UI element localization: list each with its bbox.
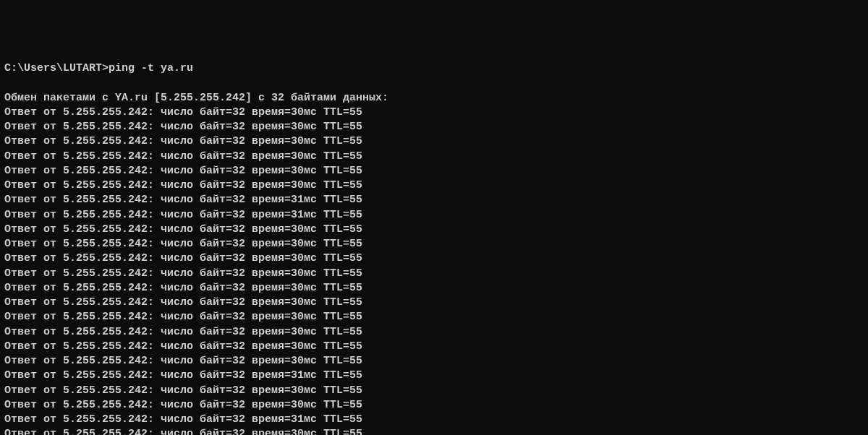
ping-reply-line: Ответ от 5.255.255.242: число байт=32 вр… xyxy=(4,296,864,310)
ping-reply-line: Ответ от 5.255.255.242: число байт=32 вр… xyxy=(4,281,864,296)
ping-reply-line: Ответ от 5.255.255.242: число байт=32 вр… xyxy=(4,369,864,383)
ping-reply-line: Ответ от 5.255.255.242: число байт=32 вр… xyxy=(4,208,864,223)
ping-reply-line: Ответ от 5.255.255.242: число байт=32 вр… xyxy=(4,413,864,427)
ping-reply-line: Ответ от 5.255.255.242: число байт=32 вр… xyxy=(4,354,864,369)
ping-reply-line: Ответ от 5.255.255.242: число байт=32 вр… xyxy=(4,251,864,266)
ping-reply-line: Ответ от 5.255.255.242: число байт=32 вр… xyxy=(4,120,864,134)
ping-reply-line: Ответ от 5.255.255.242: число байт=32 вр… xyxy=(4,164,864,178)
ping-reply-line: Ответ от 5.255.255.242: число байт=32 вр… xyxy=(4,267,864,281)
ping-reply-line: Ответ от 5.255.255.242: число байт=32 вр… xyxy=(4,105,864,120)
ping-header-line: Обмен пакетами с YA.ru [5.255.255.242] с… xyxy=(4,91,864,105)
terminal-output[interactable]: C:\Users\LUTART>ping -t ya.ru Обмен паке… xyxy=(4,61,864,435)
ping-reply-line: Ответ от 5.255.255.242: число байт=32 вр… xyxy=(4,223,864,237)
ping-reply-line: Ответ от 5.255.255.242: число байт=32 вр… xyxy=(4,178,864,193)
ping-reply-line: Ответ от 5.255.255.242: число байт=32 вр… xyxy=(4,398,864,413)
ping-reply-line: Ответ от 5.255.255.242: число байт=32 вр… xyxy=(4,384,864,398)
ping-reply-line: Ответ от 5.255.255.242: число байт=32 вр… xyxy=(4,134,864,149)
ping-reply-line: Ответ от 5.255.255.242: число байт=32 вр… xyxy=(4,150,864,164)
ping-reply-line: Ответ от 5.255.255.242: число байт=32 вр… xyxy=(4,325,864,340)
ping-reply-line: Ответ от 5.255.255.242: число байт=32 вр… xyxy=(4,310,864,324)
ping-reply-line: Ответ от 5.255.255.242: число байт=32 вр… xyxy=(4,340,864,354)
ping-reply-line: Ответ от 5.255.255.242: число байт=32 вр… xyxy=(4,193,864,207)
ping-reply-line: Ответ от 5.255.255.242: число байт=32 вр… xyxy=(4,237,864,251)
blank-line xyxy=(4,76,864,90)
ping-reply-line: Ответ от 5.255.255.242: число байт=32 вр… xyxy=(4,427,864,435)
command-prompt-line: C:\Users\LUTART>ping -t ya.ru xyxy=(4,61,864,76)
